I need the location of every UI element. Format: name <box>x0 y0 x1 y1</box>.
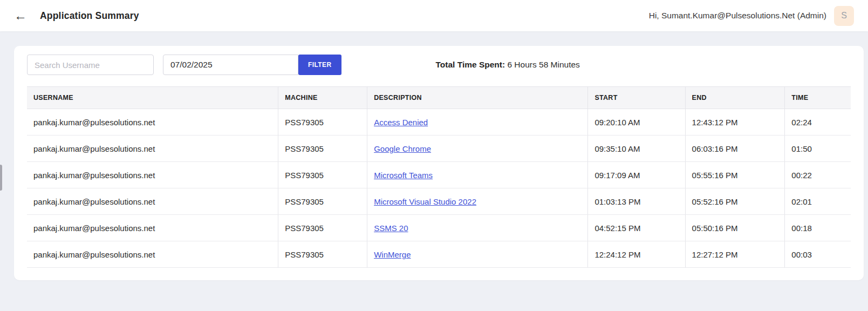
column-header-machine: MACHINE <box>278 87 367 109</box>
user-greeting: Hi, Sumant.Kumar@Pulsesolutions.Net (Adm… <box>649 11 826 21</box>
start-cell: 09:35:10 AM <box>588 136 685 162</box>
search-input[interactable] <box>27 55 154 75</box>
time-cell: 01:50 <box>785 136 851 162</box>
time-cell: 00:03 <box>785 241 851 268</box>
start-cell: 04:52:15 PM <box>588 215 685 241</box>
start-cell: 09:17:09 AM <box>588 162 685 188</box>
description-cell: Google Chrome <box>367 136 588 162</box>
table-row: pankaj.kumar@pulsesolutions.net PSS79305… <box>27 241 851 268</box>
table-header: USERNAME MACHINE DESCRIPTION START END T… <box>27 87 851 109</box>
start-cell: 09:20:10 AM <box>588 109 685 136</box>
table-row: pankaj.kumar@pulsesolutions.net PSS79305… <box>27 136 851 162</box>
table-row: pankaj.kumar@pulsesolutions.net PSS79305… <box>27 162 851 188</box>
avatar-letter: S <box>841 11 847 21</box>
filter-button[interactable]: FILTER <box>298 55 341 75</box>
time-cell: 02:24 <box>785 109 851 136</box>
back-arrow-icon: ← <box>14 9 27 22</box>
description-link[interactable]: Google Chrome <box>374 144 431 153</box>
time-cell: 00:22 <box>785 162 851 188</box>
username-cell: pankaj.kumar@pulsesolutions.net <box>27 109 278 136</box>
username-cell: pankaj.kumar@pulsesolutions.net <box>27 241 278 268</box>
application-table: USERNAME MACHINE DESCRIPTION START END T… <box>27 86 851 268</box>
summary-card: FILTER Total Time Spent: 6 Hours 58 Minu… <box>14 46 864 280</box>
start-cell: 01:03:13 PM <box>588 188 685 215</box>
end-cell: 06:03:16 PM <box>685 136 785 162</box>
table-row: pankaj.kumar@pulsesolutions.net PSS79305… <box>27 188 851 215</box>
description-cell: Microsoft Visual Studio 2022 <box>367 188 588 215</box>
description-cell: SSMS 20 <box>367 215 588 241</box>
column-header-description: DESCRIPTION <box>367 87 588 109</box>
machine-cell: PSS79305 <box>278 188 367 215</box>
description-link[interactable]: WinMerge <box>374 250 411 259</box>
table-row: pankaj.kumar@pulsesolutions.net PSS79305… <box>27 215 851 241</box>
description-link[interactable]: Microsoft Visual Studio 2022 <box>374 197 476 206</box>
description-link[interactable]: SSMS 20 <box>374 224 408 233</box>
total-time-value: 6 Hours 58 Minutes <box>507 60 579 69</box>
description-cell: Access Denied <box>367 109 588 136</box>
time-cell: 00:18 <box>785 215 851 241</box>
column-header-end: END <box>685 87 785 109</box>
description-cell: Microsoft Teams <box>367 162 588 188</box>
machine-cell: PSS79305 <box>278 215 367 241</box>
filter-row: FILTER Total Time Spent: 6 Hours 58 Minu… <box>27 55 851 75</box>
username-cell: pankaj.kumar@pulsesolutions.net <box>27 162 278 188</box>
machine-cell: PSS79305 <box>278 241 367 268</box>
end-cell: 05:55:16 PM <box>685 162 785 188</box>
description-cell: WinMerge <box>367 241 588 268</box>
username-cell: pankaj.kumar@pulsesolutions.net <box>27 136 278 162</box>
page-title: Application Summary <box>40 10 139 22</box>
total-time-label: Total Time Spent: <box>436 60 505 69</box>
date-input[interactable] <box>163 55 298 75</box>
end-cell: 12:43:12 PM <box>685 109 785 136</box>
description-link[interactable]: Microsoft Teams <box>374 171 433 180</box>
avatar[interactable]: S <box>834 6 854 26</box>
topbar-right: Hi, Sumant.Kumar@Pulsesolutions.Net (Adm… <box>649 6 854 26</box>
end-cell: 12:27:12 PM <box>685 241 785 268</box>
column-header-time: TIME <box>785 87 851 109</box>
column-header-start: START <box>588 87 685 109</box>
machine-cell: PSS79305 <box>278 136 367 162</box>
back-button[interactable]: ← <box>14 9 27 22</box>
time-cell: 02:01 <box>785 188 851 215</box>
column-header-username: USERNAME <box>27 87 278 109</box>
table-body: pankaj.kumar@pulsesolutions.net PSS79305… <box>27 109 851 268</box>
end-cell: 05:52:16 PM <box>685 188 785 215</box>
username-cell: pankaj.kumar@pulsesolutions.net <box>27 188 278 215</box>
start-cell: 12:24:12 PM <box>588 241 685 268</box>
end-cell: 05:50:16 PM <box>685 215 785 241</box>
machine-cell: PSS79305 <box>278 162 367 188</box>
drawer-handle[interactable] <box>0 165 2 191</box>
description-link[interactable]: Access Denied <box>374 118 428 127</box>
table-row: pankaj.kumar@pulsesolutions.net PSS79305… <box>27 109 851 136</box>
username-cell: pankaj.kumar@pulsesolutions.net <box>27 215 278 241</box>
machine-cell: PSS79305 <box>278 109 367 136</box>
topbar: ← Application Summary Hi, Sumant.Kumar@P… <box>0 0 868 31</box>
total-time: Total Time Spent: 6 Hours 58 Minutes <box>436 60 580 70</box>
